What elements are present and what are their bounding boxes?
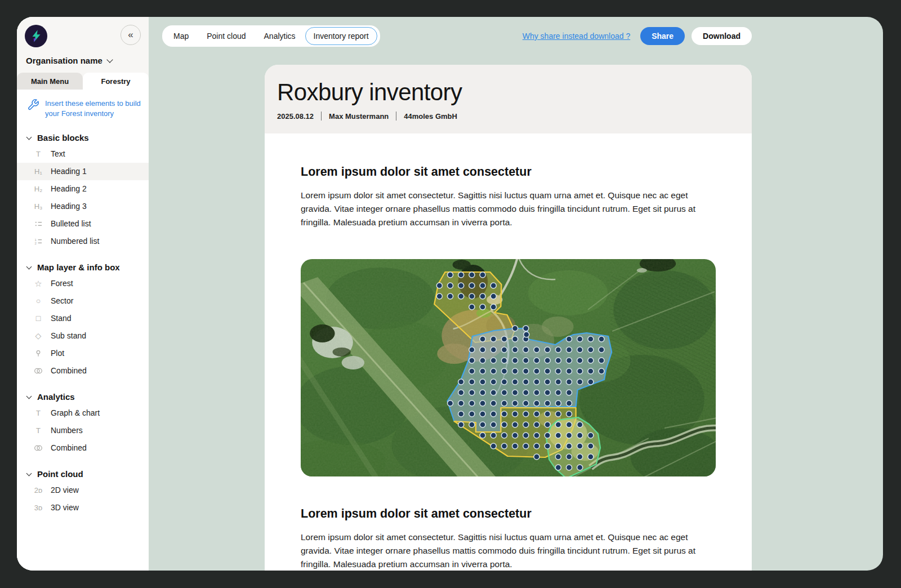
nav-tab-analytics[interactable]: Analytics (256, 27, 304, 45)
heading2-icon: H₂ (32, 185, 45, 193)
section-title: Basic blocks (37, 133, 89, 142)
sidebar-item-label: Sub stand (51, 331, 86, 340)
nav-tab-map[interactable]: Map (165, 27, 197, 45)
section-header-basic-blocks[interactable]: Basic blocks (17, 133, 149, 145)
chevron-down-icon (106, 56, 113, 63)
sidebar-item-label: Sector (51, 296, 73, 305)
sidebar-item-label: Graph & chart (51, 408, 100, 417)
sidebar-item-label: Combined (51, 443, 87, 452)
topbar-actions: Why share instead download ? Share Downl… (523, 27, 752, 45)
top-bar: Map Point cloud Analytics Inventory repo… (162, 25, 752, 47)
sidebar-header: « Organisation name Main Menu Forestry (17, 17, 149, 90)
insert-elements-hint: Insert these elements to build your Fore… (17, 97, 149, 121)
page-title: Roxbury inventory (277, 79, 739, 105)
sidebar-item-numbers[interactable]: T Numbers (17, 422, 149, 439)
section-paragraph: Lorem ipsum dolor sit amet consectetur. … (301, 531, 716, 571)
section-title: Map layer & info box (37, 262, 120, 272)
tab-forestry[interactable]: Forestry (83, 73, 149, 90)
meta-date: 2025.08.12 (277, 112, 314, 121)
heading1-icon: H₁ (32, 168, 45, 175)
sidebar-item-3d-view[interactable]: 3ᴅ 3D view (17, 499, 149, 516)
nav-tab-point-cloud[interactable]: Point cloud (198, 27, 254, 45)
sidebar-item-label: Plot (51, 349, 64, 358)
stand-square-icon: □ (32, 314, 45, 322)
chevron-down-icon (26, 470, 32, 476)
sidebar-item-label: Combined (51, 366, 87, 375)
sidebar-item-numbered-list[interactable]: 1 2 Numbered list (17, 233, 149, 250)
svg-text:2: 2 (34, 241, 37, 245)
sidebar-collapse-button[interactable]: « (121, 25, 141, 45)
substand-diamond-icon: ◇ (32, 332, 45, 340)
sidebar-item-graph-chart[interactable]: T Graph & chart (17, 404, 149, 422)
org-name: Organisation name (26, 56, 102, 65)
section-point-cloud: Point cloud 2ᴅ 2D view 3ᴅ 3D view (17, 469, 149, 516)
app-logo (25, 25, 47, 47)
section-map-layer: Map layer & info box ☆ Forest ○ Sector □… (17, 262, 149, 380)
meta-divider (396, 112, 396, 121)
sidebar-item-sub-stand[interactable]: ◇ Sub stand (17, 327, 149, 345)
sidebar-item-bulleted-list[interactable]: Bulleted list (17, 215, 149, 233)
2d-view-icon: 2ᴅ (32, 487, 45, 494)
sidebar-item-plot[interactable]: Plot (17, 345, 149, 362)
sidebar-item-label: Heading 1 (51, 167, 87, 176)
sidebar-item-label: Numbered list (51, 237, 99, 246)
view-switcher: Map Point cloud Analytics Inventory repo… (162, 25, 380, 47)
section-heading: Lorem ipsum dolor sit amet consectetur (301, 507, 716, 521)
sidebar-item-label: Heading 3 (51, 202, 87, 211)
sidebar-item-sector[interactable]: ○ Sector (17, 292, 149, 310)
tab-main-menu[interactable]: Main Menu (17, 73, 83, 90)
sidebar-item-label: Numbers (51, 426, 83, 435)
chevron-down-icon (26, 393, 32, 399)
logo-bolt-icon (29, 29, 43, 43)
plot-pin-icon (32, 349, 45, 358)
sidebar-item-label: 2D view (51, 485, 79, 495)
why-share-link[interactable]: Why share instead download ? (523, 32, 630, 41)
download-button[interactable]: Download (692, 27, 752, 45)
graph-chart-icon: T (32, 409, 45, 417)
sidebar-item-2d-view[interactable]: 2ᴅ 2D view (17, 482, 149, 499)
bulleted-list-icon (32, 220, 45, 228)
sidebar-tabs: Main Menu Forestry (17, 73, 149, 90)
satellite-map-image (301, 259, 716, 476)
meta-author: Max Mustermann (329, 112, 389, 121)
sector-circle-icon: ○ (32, 297, 45, 305)
3d-view-icon: 3ᴅ (32, 504, 45, 511)
sidebar-item-heading2[interactable]: H₂ Heading 2 (17, 180, 149, 198)
section-header-point-cloud[interactable]: Point cloud (17, 469, 149, 482)
sidebar-body: Insert these elements to build your Fore… (17, 90, 149, 571)
app-window: « Organisation name Main Menu Forestry I… (17, 17, 883, 571)
section-basic-blocks: Basic blocks T Text H₁ Heading 1 H₂ Head… (17, 133, 149, 250)
sidebar-item-label: Forest (51, 279, 73, 288)
sidebar-item-label: Stand (51, 314, 72, 323)
chevron-down-icon (26, 264, 32, 269)
section-heading: Lorem ipsum dolor sit amet consectetur (301, 165, 716, 179)
nav-tab-inventory-report[interactable]: Inventory report (305, 27, 377, 45)
sidebar-item-stand[interactable]: □ Stand (17, 310, 149, 327)
share-button[interactable]: Share (640, 27, 685, 45)
text-icon: T (32, 150, 45, 158)
sidebar-item-heading3[interactable]: H₃ Heading 3 (17, 198, 149, 215)
inventory-report-document: Roxbury inventory 2025.08.12 Max Musterm… (265, 65, 752, 571)
section-header-analytics[interactable]: Analytics (17, 392, 149, 404)
sidebar-item-heading1[interactable]: H₁ Heading 1 (17, 163, 149, 180)
numbered-list-icon: 1 2 (32, 237, 45, 246)
content-area: Map Point cloud Analytics Inventory repo… (149, 17, 883, 571)
sidebar-item-label: Bulleted list (51, 219, 91, 228)
combined-circles-icon (32, 444, 45, 452)
numbers-icon: T (32, 427, 45, 434)
sidebar-item-label: Heading 2 (51, 184, 87, 193)
forest-star-icon: ☆ (32, 279, 45, 288)
sidebar: « Organisation name Main Menu Forestry I… (17, 17, 149, 571)
meta-company: 44moles GmbH (404, 112, 457, 121)
sidebar-item-forest[interactable]: ☆ Forest (17, 275, 149, 292)
sidebar-item-combined-map[interactable]: Combined (17, 362, 149, 380)
section-paragraph: Lorem ipsum dolor sit amet consectetur. … (301, 189, 716, 230)
org-selector[interactable]: Organisation name (25, 47, 141, 73)
section-title: Point cloud (37, 469, 83, 479)
insert-hint-text: Insert these elements to build your Fore… (45, 99, 141, 119)
sidebar-item-combined-analytics[interactable]: Combined (17, 439, 149, 457)
section-header-map-layer[interactable]: Map layer & info box (17, 262, 149, 275)
document-body: Lorem ipsum dolor sit amet consectetur L… (265, 133, 752, 571)
document-header: Roxbury inventory 2025.08.12 Max Musterm… (265, 65, 752, 133)
sidebar-item-text[interactable]: T Text (17, 145, 149, 163)
